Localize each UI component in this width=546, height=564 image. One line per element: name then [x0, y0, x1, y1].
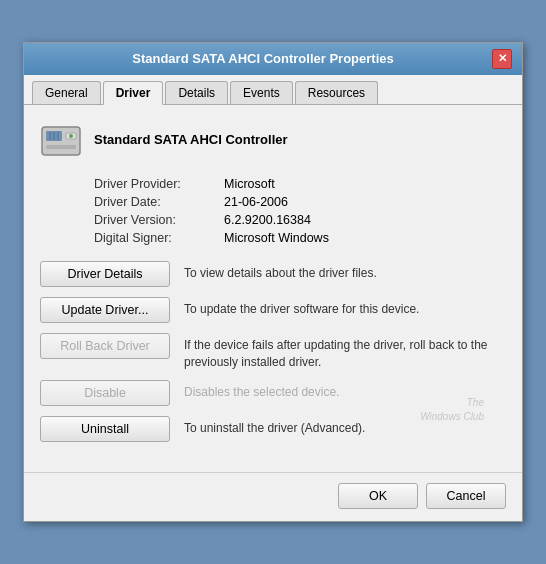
disable-row: Disable Disables the selected device.: [40, 380, 506, 406]
rollback-driver-button[interactable]: Roll Back Driver: [40, 333, 170, 359]
tab-resources[interactable]: Resources: [295, 81, 378, 104]
window-title: Standard SATA AHCI Controller Properties: [34, 51, 492, 66]
driver-details-row: Driver Details To view details about the…: [40, 261, 506, 287]
tab-driver[interactable]: Driver: [103, 81, 164, 105]
date-value: 21-06-2006: [224, 195, 506, 209]
dialog-footer: OK Cancel: [24, 472, 522, 521]
watermark-line2: Windows Club: [420, 410, 484, 424]
version-value: 6.2.9200.16384: [224, 213, 506, 227]
properties-window: Standard SATA AHCI Controller Properties…: [23, 42, 523, 523]
ok-button[interactable]: OK: [338, 483, 418, 509]
tab-bar: General Driver Details Events Resources: [24, 75, 522, 105]
driver-info: Driver Provider: Microsoft Driver Date: …: [94, 177, 506, 245]
update-driver-row: Update Driver... To update the driver so…: [40, 297, 506, 323]
title-bar: Standard SATA AHCI Controller Properties…: [24, 43, 522, 75]
provider-value: Microsoft: [224, 177, 506, 191]
tab-events[interactable]: Events: [230, 81, 293, 104]
device-name: Standard SATA AHCI Controller: [94, 132, 288, 147]
driver-details-button[interactable]: Driver Details: [40, 261, 170, 287]
tab-general[interactable]: General: [32, 81, 101, 104]
signer-value: Microsoft Windows: [224, 231, 506, 245]
close-icon: ✕: [498, 52, 507, 65]
uninstall-button[interactable]: Uninstall: [40, 416, 170, 442]
tab-details[interactable]: Details: [165, 81, 228, 104]
actions-area: Driver Details To view details about the…: [40, 261, 506, 443]
provider-label: Driver Provider:: [94, 177, 224, 191]
version-label: Driver Version:: [94, 213, 224, 227]
uninstall-row: Uninstall To uninstall the driver (Advan…: [40, 416, 506, 442]
date-label: Driver Date:: [94, 195, 224, 209]
rollback-driver-row: Roll Back Driver If the device fails aft…: [40, 333, 506, 371]
driver-details-desc: To view details about the driver files.: [184, 261, 377, 282]
cancel-button[interactable]: Cancel: [426, 483, 506, 509]
disable-button[interactable]: Disable: [40, 380, 170, 406]
update-driver-desc: To update the driver software for this d…: [184, 297, 419, 318]
device-header: Standard SATA AHCI Controller: [40, 119, 506, 161]
svg-rect-4: [46, 145, 76, 149]
uninstall-desc: To uninstall the driver (Advanced).: [184, 416, 365, 437]
rollback-driver-desc: If the device fails after updating the d…: [184, 333, 506, 371]
update-driver-button[interactable]: Update Driver...: [40, 297, 170, 323]
tab-content: Standard SATA AHCI Controller Driver Pro…: [24, 105, 522, 467]
close-button[interactable]: ✕: [492, 49, 512, 69]
disable-desc: Disables the selected device.: [184, 380, 339, 401]
device-icon: [40, 119, 82, 161]
svg-point-3: [69, 134, 73, 138]
signer-label: Digital Signer:: [94, 231, 224, 245]
